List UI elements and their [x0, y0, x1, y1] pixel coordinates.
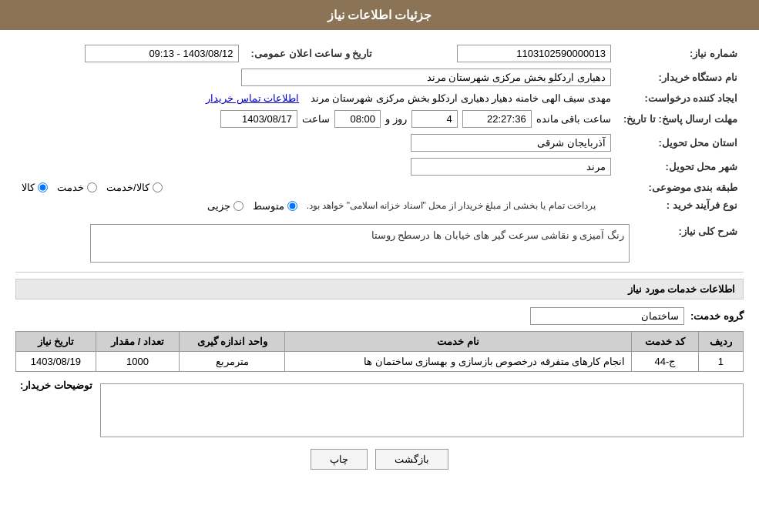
tender-number-label: شماره نیاز:: [617, 42, 744, 65]
purchase-type-label: نوع فرآیند خرید :: [617, 196, 744, 215]
purchase-type-motavaset-label: متوسط: [253, 200, 284, 212]
col-service-name: نام خدمت: [285, 331, 632, 351]
page-title: جزئیات اطلاعات نیاز: [327, 8, 432, 22]
cell-row-num: 1: [698, 351, 743, 371]
service-group-value: ساختمان: [530, 307, 684, 325]
announce-date-value: 1403/08/12 - 09:13: [85, 45, 239, 62]
services-table: ردیف کد خدمت نام خدمت واحد اندازه گیری ت…: [15, 331, 744, 372]
category-kala-khedmat-radio[interactable]: [153, 182, 163, 192]
purchase-type-note: پرداخت تمام یا بخشی از مبلغ خریدار از مح…: [307, 200, 596, 211]
category-kala-option[interactable]: کالا: [22, 182, 48, 193]
description-value: رنگ آمیزی و نقاشی سرعت گیر های خیابان ها…: [90, 224, 630, 263]
description-label: شرح کلی نیاز:: [636, 221, 744, 266]
cell-service-code: ج-44: [632, 351, 699, 371]
contact-link[interactable]: اطلاعات تماس خریدار: [206, 92, 299, 104]
category-khedmat-label: خدمت: [57, 182, 84, 193]
services-section-title: اطلاعات خدمات مورد نیاز: [15, 279, 744, 299]
deadline-remaining: 22:27:36: [462, 110, 532, 128]
table-row: 1ج-44انجام کارهای متفرقه درخصوص بازسازی …: [16, 351, 744, 371]
divider-1: [15, 272, 744, 273]
buyer-notes-value: [100, 383, 744, 437]
city-label: شهر محل تحویل:: [617, 155, 744, 179]
category-kala-label: کالا: [22, 182, 35, 193]
deadline-date: 1403/08/17: [220, 110, 297, 128]
back-button[interactable]: بازگشت: [375, 449, 448, 470]
purchase-type-jozee[interactable]: جزیی: [207, 200, 243, 212]
city-value: مرند: [411, 158, 611, 176]
category-khedmat-option[interactable]: خدمت: [57, 182, 97, 193]
category-kala-radio[interactable]: [38, 182, 48, 192]
deadline-time-label: ساعت: [302, 113, 330, 125]
footer-buttons: بازگشت چاپ: [15, 449, 744, 485]
buyer-notes-label: توضیحات خریدار:: [15, 380, 92, 391]
cell-unit: مترمربع: [180, 351, 285, 371]
service-group-label: گروه خدمت:: [690, 310, 744, 322]
col-date: تاریخ نیاز: [16, 331, 96, 351]
deadline-days-label: روز و: [385, 113, 407, 125]
category-kala-khedmat-option[interactable]: کالا/خدمت: [106, 182, 163, 193]
tender-number-value: 1103102590000013: [457, 45, 611, 62]
col-row-num: ردیف: [698, 331, 743, 351]
creator-label: ایجاد کننده درخواست:: [617, 89, 744, 107]
creator-value: مهدی سیف الهی خامنه دهیار دهیاری اردکلو …: [311, 92, 611, 104]
province-value: آذربایجان شرقی: [411, 134, 611, 152]
cell-date: 1403/08/19: [16, 351, 96, 371]
col-unit: واحد اندازه گیری: [180, 331, 285, 351]
buyer-org-value: دهیاری اردکلو بخش مرکزی شهرستان مرند: [241, 69, 611, 86]
category-khedmat-radio[interactable]: [87, 182, 97, 192]
buyer-org-label: نام دستگاه خریدار:: [617, 65, 744, 89]
purchase-type-jozee-radio[interactable]: [233, 201, 243, 211]
purchase-type-motavaset[interactable]: متوسط: [253, 200, 297, 212]
deadline-remaining-label: ساعت باقی مانده: [536, 113, 611, 125]
cell-service-name: انجام کارهای متفرقه درخصوص بازسازی و بهس…: [285, 351, 632, 371]
announce-date-label: تاریخ و ساعت اعلان عمومی:: [245, 42, 388, 65]
cell-quantity: 1000: [96, 351, 180, 371]
deadline-time: 08:00: [334, 110, 381, 128]
category-label: طبقه بندی موضوعی:: [617, 179, 744, 196]
col-service-code: کد خدمت: [632, 331, 699, 351]
province-label: استان محل تحویل:: [617, 131, 744, 155]
category-kala-khedmat-label: کالا/خدمت: [106, 182, 149, 193]
purchase-type-motavaset-radio[interactable]: [287, 201, 297, 211]
col-quantity: تعداد / مقدار: [96, 331, 180, 351]
deadline-days: 4: [411, 110, 458, 128]
page-header: جزئیات اطلاعات نیاز: [0, 0, 759, 30]
purchase-type-jozee-label: جزیی: [207, 200, 230, 212]
print-button[interactable]: چاپ: [311, 449, 368, 470]
deadline-label: مهلت ارسال پاسخ: تا تاریخ:: [617, 107, 744, 131]
